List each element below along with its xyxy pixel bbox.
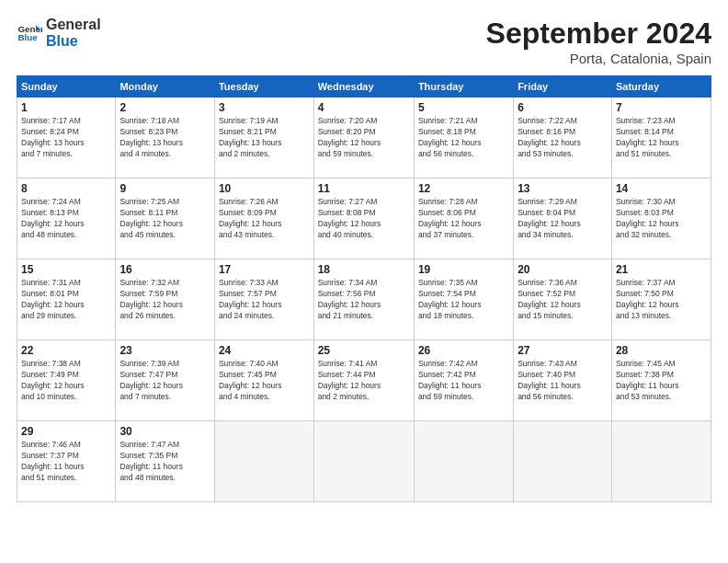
logo: General Blue General Blue [17,17,101,51]
day-number: 7 [616,101,707,114]
day-info: Sunrise: 7:37 AMSunset: 7:50 PMDaylight:… [616,278,707,322]
day-info: Sunrise: 7:46 AMSunset: 7:37 PMDaylight:… [21,440,111,484]
calendar-table: Sunday Monday Tuesday Wednesday Thursday… [17,75,711,502]
day-info: Sunrise: 7:38 AMSunset: 7:49 PMDaylight:… [21,359,111,403]
day-number: 30 [119,425,210,438]
day-number: 25 [318,344,410,357]
day-info: Sunrise: 7:29 AMSunset: 8:04 PMDaylight:… [518,197,608,241]
day-info: Sunrise: 7:30 AMSunset: 8:03 PMDaylight:… [616,197,707,241]
header-tuesday: Tuesday [214,76,313,98]
day-info: Sunrise: 7:23 AMSunset: 8:14 PMDaylight:… [616,116,707,160]
logo-line2: Blue [46,33,101,50]
cell-w4-d2: 23Sunrise: 7:39 AMSunset: 7:47 PMDayligh… [116,340,215,421]
day-info: Sunrise: 7:19 AMSunset: 8:21 PMDaylight:… [219,116,310,160]
day-number: 3 [219,101,310,114]
day-number: 9 [119,182,210,195]
header-sunday: Sunday [17,76,116,98]
header-wednesday: Wednesday [313,76,414,98]
page: General Blue General Blue September 2024… [0,0,728,563]
logo-line1: General [46,17,101,33]
header-saturday: Saturday [611,76,711,98]
cell-w3-d3: 17Sunrise: 7:33 AMSunset: 7:57 PMDayligh… [214,259,313,340]
month-title: September 2024 [486,17,711,51]
day-info: Sunrise: 7:42 AMSunset: 7:42 PMDaylight:… [418,359,509,403]
cell-w5-d1: 29Sunrise: 7:46 AMSunset: 7:37 PMDayligh… [17,421,116,502]
day-number: 21 [616,263,707,276]
day-info: Sunrise: 7:28 AMSunset: 8:06 PMDaylight:… [418,197,509,241]
day-number: 20 [518,263,608,276]
cell-w2-d5: 12Sunrise: 7:28 AMSunset: 8:06 PMDayligh… [414,178,513,259]
day-info: Sunrise: 7:40 AMSunset: 7:45 PMDaylight:… [219,359,310,403]
day-number: 6 [518,101,608,114]
header-friday: Friday [514,76,612,98]
day-number: 29 [21,425,111,438]
day-number: 11 [318,182,410,195]
day-number: 19 [418,263,509,276]
day-info: Sunrise: 7:36 AMSunset: 7:52 PMDaylight:… [518,278,608,322]
header: General Blue General Blue September 2024… [17,17,711,66]
cell-w3-d6: 20Sunrise: 7:36 AMSunset: 7:52 PMDayligh… [514,259,612,340]
day-info: Sunrise: 7:47 AMSunset: 7:35 PMDaylight:… [119,440,210,484]
cell-w2-d3: 10Sunrise: 7:26 AMSunset: 8:09 PMDayligh… [214,178,313,259]
day-info: Sunrise: 7:32 AMSunset: 7:59 PMDaylight:… [119,278,210,322]
day-number: 23 [119,344,210,357]
day-info: Sunrise: 7:43 AMSunset: 7:40 PMDaylight:… [518,359,608,403]
day-info: Sunrise: 7:22 AMSunset: 8:16 PMDaylight:… [518,116,608,160]
day-info: Sunrise: 7:33 AMSunset: 7:57 PMDaylight:… [219,278,310,322]
cell-w5-d2: 30Sunrise: 7:47 AMSunset: 7:35 PMDayligh… [116,421,215,502]
day-number: 1 [21,101,111,114]
day-info: Sunrise: 7:31 AMSunset: 8:01 PMDaylight:… [21,278,111,322]
day-info: Sunrise: 7:41 AMSunset: 7:44 PMDaylight:… [318,359,410,403]
cell-w5-d5 [414,421,513,502]
day-number: 5 [418,101,509,114]
week-row-3: 15Sunrise: 7:31 AMSunset: 8:01 PMDayligh… [17,259,711,340]
week-row-1: 1Sunrise: 7:17 AMSunset: 8:24 PMDaylight… [17,98,711,178]
day-number: 18 [318,263,410,276]
cell-w1-d6: 6Sunrise: 7:22 AMSunset: 8:16 PMDaylight… [514,98,612,178]
day-number: 27 [518,344,608,357]
cell-w2-d6: 13Sunrise: 7:29 AMSunset: 8:04 PMDayligh… [514,178,612,259]
day-number: 22 [21,344,111,357]
cell-w5-d3 [214,421,313,502]
title-block: September 2024 Porta, Catalonia, Spain [486,17,711,66]
day-info: Sunrise: 7:39 AMSunset: 7:47 PMDaylight:… [119,359,210,403]
day-info: Sunrise: 7:26 AMSunset: 8:09 PMDaylight:… [219,197,310,241]
day-number: 28 [616,344,707,357]
cell-w4-d6: 27Sunrise: 7:43 AMSunset: 7:40 PMDayligh… [514,340,612,421]
day-number: 12 [418,182,509,195]
calendar-header-row: Sunday Monday Tuesday Wednesday Thursday… [17,76,711,98]
cell-w3-d2: 16Sunrise: 7:32 AMSunset: 7:59 PMDayligh… [116,259,215,340]
cell-w5-d7 [611,421,711,502]
day-number: 24 [219,344,310,357]
cell-w1-d3: 3Sunrise: 7:19 AMSunset: 8:21 PMDaylight… [214,98,313,178]
cell-w4-d5: 26Sunrise: 7:42 AMSunset: 7:42 PMDayligh… [414,340,513,421]
cell-w1-d1: 1Sunrise: 7:17 AMSunset: 8:24 PMDaylight… [17,98,116,178]
week-row-5: 29Sunrise: 7:46 AMSunset: 7:37 PMDayligh… [17,421,711,502]
day-info: Sunrise: 7:45 AMSunset: 7:38 PMDaylight:… [616,359,707,403]
day-info: Sunrise: 7:21 AMSunset: 8:18 PMDaylight:… [418,116,509,160]
day-info: Sunrise: 7:35 AMSunset: 7:54 PMDaylight:… [418,278,509,322]
day-info: Sunrise: 7:27 AMSunset: 8:08 PMDaylight:… [318,197,410,241]
cell-w2-d2: 9Sunrise: 7:25 AMSunset: 8:11 PMDaylight… [116,178,215,259]
cell-w1-d4: 4Sunrise: 7:20 AMSunset: 8:20 PMDaylight… [313,98,414,178]
day-info: Sunrise: 7:18 AMSunset: 8:23 PMDaylight:… [119,116,210,160]
day-number: 26 [418,344,509,357]
cell-w4-d1: 22Sunrise: 7:38 AMSunset: 7:49 PMDayligh… [17,340,116,421]
cell-w1-d5: 5Sunrise: 7:21 AMSunset: 8:18 PMDaylight… [414,98,513,178]
cell-w1-d7: 7Sunrise: 7:23 AMSunset: 8:14 PMDaylight… [611,98,711,178]
cell-w4-d4: 25Sunrise: 7:41 AMSunset: 7:44 PMDayligh… [313,340,414,421]
day-number: 15 [21,263,111,276]
day-number: 13 [518,182,608,195]
day-number: 4 [318,101,410,114]
week-row-2: 8Sunrise: 7:24 AMSunset: 8:13 PMDaylight… [17,178,711,259]
week-row-4: 22Sunrise: 7:38 AMSunset: 7:49 PMDayligh… [17,340,711,421]
day-info: Sunrise: 7:17 AMSunset: 8:24 PMDaylight:… [21,116,111,160]
header-thursday: Thursday [414,76,513,98]
cell-w2-d1: 8Sunrise: 7:24 AMSunset: 8:13 PMDaylight… [17,178,116,259]
cell-w2-d7: 14Sunrise: 7:30 AMSunset: 8:03 PMDayligh… [611,178,711,259]
day-info: Sunrise: 7:20 AMSunset: 8:20 PMDaylight:… [318,116,410,160]
day-number: 14 [616,182,707,195]
cell-w4-d3: 24Sunrise: 7:40 AMSunset: 7:45 PMDayligh… [214,340,313,421]
day-number: 2 [119,101,210,114]
day-info: Sunrise: 7:25 AMSunset: 8:11 PMDaylight:… [119,197,210,241]
